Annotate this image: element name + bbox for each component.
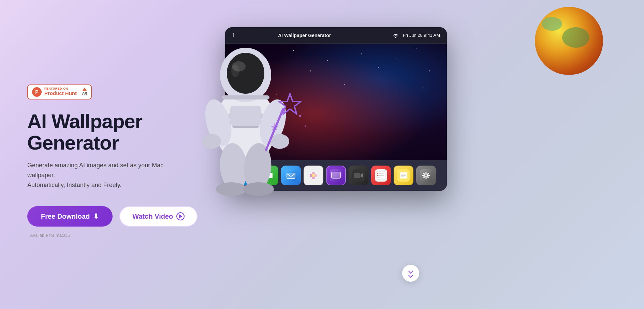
svg-point-12 [344, 84, 345, 85]
dock-icon-video[interactable] [349, 166, 368, 185]
dock-icon-notes[interactable] [394, 166, 413, 185]
svg-point-3 [327, 60, 328, 61]
cta-buttons: Free Download ⬇ Watch Video [27, 206, 205, 227]
svg-point-10 [429, 71, 430, 72]
astronaut-svg [177, 20, 321, 198]
video-icon [352, 169, 365, 182]
svg-rect-51 [426, 177, 427, 179]
watch-button-label: Watch Video [132, 213, 173, 220]
ph-votes-block: 85 [82, 88, 87, 96]
svg-point-74 [231, 65, 239, 77]
svg-point-9 [378, 67, 379, 68]
svg-rect-53 [428, 175, 430, 176]
available-text: Available for macOS [30, 233, 70, 238]
svg-rect-52 [422, 175, 424, 176]
reminders-icon [375, 169, 387, 182]
svg-rect-72 [230, 106, 261, 126]
right-content:  AI Wallpaper Generator Fri Jun 28 9:41… [205, 0, 617, 309]
hero-subtitle: Generate amazing AI images and set as yo… [27, 160, 184, 190]
astronaut-image [177, 20, 321, 198]
svg-point-67 [270, 134, 289, 149]
dock-icon-wallpaper-active[interactable] [326, 166, 346, 185]
svg-rect-50 [426, 172, 427, 173]
ph-text-block: FEATURED ON Product Hunt [44, 87, 77, 96]
svg-point-40 [377, 175, 378, 176]
svg-point-70 [216, 182, 247, 196]
ph-logo-letter: P [32, 87, 42, 97]
svg-rect-33 [354, 173, 361, 178]
ph-upvote-arrow [83, 88, 87, 91]
svg-point-79 [305, 125, 306, 127]
download-button[interactable]: Free Download ⬇ [27, 206, 113, 227]
svg-point-41 [377, 177, 378, 178]
product-hunt-badge[interactable]: P FEATURED ON Product Hunt 85 [27, 84, 92, 99]
hero-subtitle-line1: Generate amazing AI images and set as yo… [27, 162, 163, 179]
scroll-chevrons [409, 269, 412, 277]
chevron-down-icon-2 [408, 273, 413, 278]
watch-video-button[interactable]: Watch Video [119, 206, 197, 227]
mac-datetime: Fri Jun 28 9:41 AM [403, 33, 440, 38]
wallpaper-active-icon [330, 169, 342, 182]
play-circle-icon [176, 212, 185, 220]
dock-icon-system-prefs[interactable] [416, 166, 436, 185]
wifi-icon [393, 33, 399, 38]
svg-rect-73 [222, 95, 269, 99]
scroll-down-button[interactable] [402, 265, 419, 282]
system-prefs-icon [420, 169, 432, 182]
ph-vote-count: 85 [82, 91, 87, 96]
svg-point-78 [299, 115, 301, 117]
download-button-label: Free Download [41, 213, 90, 220]
hero-container: P FEATURED ON Product Hunt 85 AI Wallpap… [0, 0, 644, 309]
svg-rect-30 [332, 172, 340, 178]
download-icon: ⬇ [93, 212, 99, 220]
mac-status-icons: Fri Jun 28 9:41 AM [393, 33, 440, 38]
hero-subtitle-line2: Automatically, Instantly and Freely. [27, 182, 121, 188]
ph-featured-label: FEATURED ON [44, 87, 77, 90]
play-triangle-icon [179, 214, 182, 218]
planet-decoration [535, 7, 603, 75]
dock-icon-reminders[interactable] [371, 166, 391, 185]
notes-icon [397, 169, 410, 182]
ph-product-name: Product Hunt [44, 90, 77, 96]
svg-point-13 [423, 88, 424, 89]
svg-point-71 [243, 182, 274, 196]
svg-point-39 [377, 173, 378, 174]
svg-point-6 [416, 48, 416, 49]
svg-point-4 [361, 53, 362, 55]
svg-point-5 [395, 59, 396, 59]
svg-point-66 [202, 134, 221, 149]
svg-point-49 [425, 174, 427, 176]
